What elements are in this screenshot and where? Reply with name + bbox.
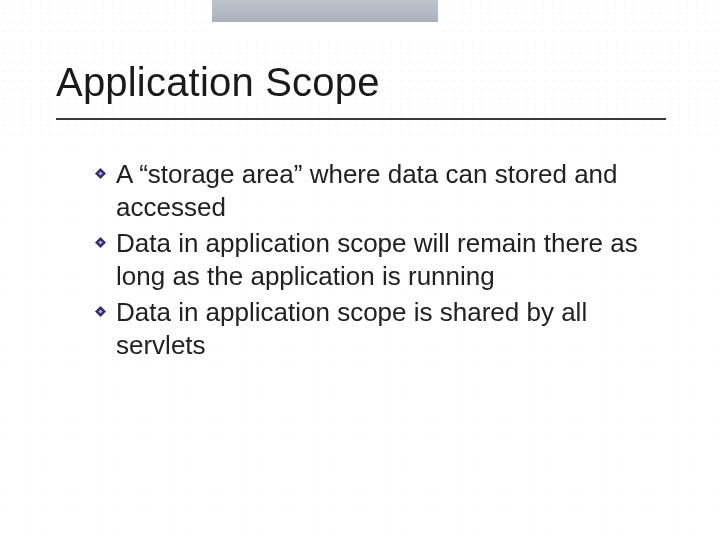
grid-texture [440, 0, 720, 40]
list-item: Data in application scope is shared by a… [94, 296, 654, 361]
diamond-bullet-icon [94, 305, 107, 318]
list-item: A “storage area” where data can stored a… [94, 158, 654, 223]
bullet-list: A “storage area” where data can stored a… [94, 158, 654, 365]
top-accent-bar [212, 0, 438, 22]
list-item-text: Data in application scope will remain th… [116, 228, 638, 291]
title-underline [56, 118, 666, 120]
list-item-text: A “storage area” where data can stored a… [116, 159, 618, 222]
diamond-bullet-icon [94, 236, 107, 249]
grid-texture [0, 0, 210, 40]
list-item-text: Data in application scope is shared by a… [116, 297, 587, 360]
slide: Application Scope A “storage area” where… [0, 0, 720, 540]
slide-title: Application Scope [56, 60, 380, 105]
list-item: Data in application scope will remain th… [94, 227, 654, 292]
diamond-bullet-icon [94, 167, 107, 180]
